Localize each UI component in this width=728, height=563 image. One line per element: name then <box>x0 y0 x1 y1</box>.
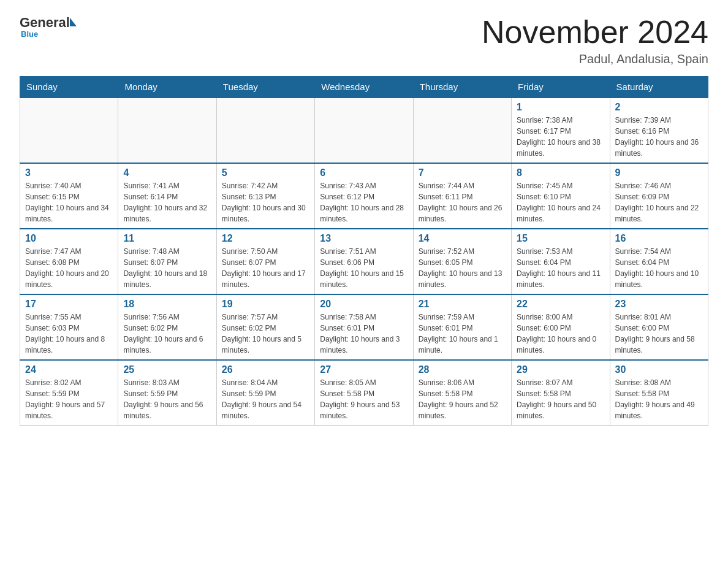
day-of-week-wednesday: Wednesday <box>315 77 413 98</box>
day-number: 14 <box>419 233 506 244</box>
day-info: Sunrise: 8:01 AMSunset: 6:00 PMDaylight:… <box>615 312 703 356</box>
day-number: 10 <box>25 233 113 244</box>
day-number: 11 <box>123 233 211 244</box>
day-info: Sunrise: 8:08 AMSunset: 5:58 PMDaylight:… <box>615 377 703 421</box>
month-title: November 2024 <box>482 15 708 50</box>
calendar-cell: 2Sunrise: 7:39 AMSunset: 6:16 PMDaylight… <box>610 98 708 163</box>
calendar-table: SundayMondayTuesdayWednesdayThursdayFrid… <box>20 76 708 426</box>
day-number: 16 <box>615 233 703 244</box>
calendar-cell: 1Sunrise: 7:38 AMSunset: 6:17 PMDaylight… <box>512 98 610 163</box>
calendar-header-row: SundayMondayTuesdayWednesdayThursdayFrid… <box>20 77 708 98</box>
day-number: 8 <box>517 167 604 178</box>
day-info: Sunrise: 7:52 AMSunset: 6:05 PMDaylight:… <box>419 246 506 290</box>
day-number: 22 <box>517 299 604 310</box>
day-number: 28 <box>419 364 506 375</box>
day-number: 4 <box>123 167 211 178</box>
day-info: Sunrise: 7:51 AMSunset: 6:06 PMDaylight:… <box>320 246 408 290</box>
calendar-week-row: 17Sunrise: 7:55 AMSunset: 6:03 PMDayligh… <box>20 294 708 360</box>
day-of-week-monday: Monday <box>118 77 216 98</box>
day-info: Sunrise: 7:55 AMSunset: 6:03 PMDaylight:… <box>25 312 113 356</box>
calendar-cell: 10Sunrise: 7:47 AMSunset: 6:08 PMDayligh… <box>20 229 118 294</box>
calendar-cell: 5Sunrise: 7:42 AMSunset: 6:13 PMDaylight… <box>216 163 314 229</box>
day-of-week-tuesday: Tuesday <box>216 77 314 98</box>
day-number: 12 <box>222 233 309 244</box>
day-info: Sunrise: 8:00 AMSunset: 6:00 PMDaylight:… <box>517 312 604 356</box>
calendar-cell: 29Sunrise: 8:07 AMSunset: 5:58 PMDayligh… <box>512 360 610 426</box>
day-number: 2 <box>615 102 703 113</box>
calendar-cell <box>118 98 216 163</box>
day-info: Sunrise: 7:56 AMSunset: 6:02 PMDaylight:… <box>123 312 211 356</box>
logo-blue-text: Blue <box>20 29 38 39</box>
day-info: Sunrise: 7:39 AMSunset: 6:16 PMDaylight:… <box>615 115 703 159</box>
calendar-week-row: 10Sunrise: 7:47 AMSunset: 6:08 PMDayligh… <box>20 229 708 294</box>
day-number: 9 <box>615 167 703 178</box>
calendar-cell: 24Sunrise: 8:02 AMSunset: 5:59 PMDayligh… <box>20 360 118 426</box>
day-info: Sunrise: 7:41 AMSunset: 6:14 PMDaylight:… <box>123 180 211 224</box>
calendar-cell: 13Sunrise: 7:51 AMSunset: 6:06 PMDayligh… <box>315 229 413 294</box>
calendar-cell: 23Sunrise: 8:01 AMSunset: 6:00 PMDayligh… <box>610 294 708 360</box>
calendar-cell: 6Sunrise: 7:43 AMSunset: 6:12 PMDaylight… <box>315 163 413 229</box>
day-number: 21 <box>419 299 506 310</box>
day-info: Sunrise: 7:50 AMSunset: 6:07 PMDaylight:… <box>222 246 309 290</box>
day-number: 5 <box>222 167 309 178</box>
calendar-cell: 27Sunrise: 8:05 AMSunset: 5:58 PMDayligh… <box>315 360 413 426</box>
day-info: Sunrise: 7:47 AMSunset: 6:08 PMDaylight:… <box>25 246 113 290</box>
calendar-cell: 26Sunrise: 8:04 AMSunset: 5:59 PMDayligh… <box>216 360 314 426</box>
calendar-cell <box>315 98 413 163</box>
day-number: 29 <box>517 364 604 375</box>
logo-icon <box>70 18 77 28</box>
calendar-week-row: 1Sunrise: 7:38 AMSunset: 6:17 PMDaylight… <box>20 98 708 163</box>
day-number: 26 <box>222 364 309 375</box>
day-number: 6 <box>320 167 408 178</box>
calendar-cell: 16Sunrise: 7:54 AMSunset: 6:04 PMDayligh… <box>610 229 708 294</box>
calendar-cell: 3Sunrise: 7:40 AMSunset: 6:15 PMDaylight… <box>20 163 118 229</box>
day-number: 25 <box>123 364 211 375</box>
day-of-week-saturday: Saturday <box>610 77 708 98</box>
calendar-cell: 15Sunrise: 7:53 AMSunset: 6:04 PMDayligh… <box>512 229 610 294</box>
day-number: 23 <box>615 299 703 310</box>
calendar-cell <box>216 98 314 163</box>
calendar-cell: 28Sunrise: 8:06 AMSunset: 5:58 PMDayligh… <box>413 360 511 426</box>
calendar-cell: 20Sunrise: 7:58 AMSunset: 6:01 PMDayligh… <box>315 294 413 360</box>
calendar-cell: 8Sunrise: 7:45 AMSunset: 6:10 PMDaylight… <box>512 163 610 229</box>
day-info: Sunrise: 8:03 AMSunset: 5:59 PMDaylight:… <box>123 377 211 421</box>
day-info: Sunrise: 8:05 AMSunset: 5:58 PMDaylight:… <box>320 377 408 421</box>
calendar-week-row: 3Sunrise: 7:40 AMSunset: 6:15 PMDaylight… <box>20 163 708 229</box>
calendar-cell: 25Sunrise: 8:03 AMSunset: 5:59 PMDayligh… <box>118 360 216 426</box>
day-of-week-thursday: Thursday <box>413 77 511 98</box>
day-info: Sunrise: 7:59 AMSunset: 6:01 PMDaylight:… <box>419 312 506 356</box>
calendar-cell: 14Sunrise: 7:52 AMSunset: 6:05 PMDayligh… <box>413 229 511 294</box>
day-info: Sunrise: 7:38 AMSunset: 6:17 PMDaylight:… <box>517 115 604 159</box>
calendar-cell <box>20 98 118 163</box>
day-number: 18 <box>123 299 211 310</box>
day-number: 3 <box>25 167 113 178</box>
day-number: 30 <box>615 364 703 375</box>
day-info: Sunrise: 7:45 AMSunset: 6:10 PMDaylight:… <box>517 180 604 224</box>
day-info: Sunrise: 8:07 AMSunset: 5:58 PMDaylight:… <box>517 377 604 421</box>
day-number: 20 <box>320 299 408 310</box>
day-info: Sunrise: 8:04 AMSunset: 5:59 PMDaylight:… <box>222 377 309 421</box>
calendar-cell: 12Sunrise: 7:50 AMSunset: 6:07 PMDayligh… <box>216 229 314 294</box>
calendar-cell <box>413 98 511 163</box>
day-info: Sunrise: 7:40 AMSunset: 6:15 PMDaylight:… <box>25 180 113 224</box>
day-info: Sunrise: 8:06 AMSunset: 5:58 PMDaylight:… <box>419 377 506 421</box>
day-info: Sunrise: 7:58 AMSunset: 6:01 PMDaylight:… <box>320 312 408 356</box>
calendar-cell: 9Sunrise: 7:46 AMSunset: 6:09 PMDaylight… <box>610 163 708 229</box>
calendar-cell: 19Sunrise: 7:57 AMSunset: 6:02 PMDayligh… <box>216 294 314 360</box>
calendar-week-row: 24Sunrise: 8:02 AMSunset: 5:59 PMDayligh… <box>20 360 708 426</box>
day-number: 1 <box>517 102 604 113</box>
calendar-cell: 11Sunrise: 7:48 AMSunset: 6:07 PMDayligh… <box>118 229 216 294</box>
day-info: Sunrise: 7:54 AMSunset: 6:04 PMDaylight:… <box>615 246 703 290</box>
day-number: 7 <box>419 167 506 178</box>
calendar-cell: 17Sunrise: 7:55 AMSunset: 6:03 PMDayligh… <box>20 294 118 360</box>
calendar-cell: 22Sunrise: 8:00 AMSunset: 6:00 PMDayligh… <box>512 294 610 360</box>
calendar-cell: 18Sunrise: 7:56 AMSunset: 6:02 PMDayligh… <box>118 294 216 360</box>
title-area: November 2024 Padul, Andalusia, Spain <box>482 15 708 66</box>
day-info: Sunrise: 7:42 AMSunset: 6:13 PMDaylight:… <box>222 180 309 224</box>
day-number: 24 <box>25 364 113 375</box>
day-info: Sunrise: 8:02 AMSunset: 5:59 PMDaylight:… <box>25 377 113 421</box>
day-info: Sunrise: 7:43 AMSunset: 6:12 PMDaylight:… <box>320 180 408 224</box>
page-header: General Blue November 2024 Padul, Andalu… <box>20 15 708 66</box>
day-of-week-sunday: Sunday <box>20 77 118 98</box>
calendar-cell: 21Sunrise: 7:59 AMSunset: 6:01 PMDayligh… <box>413 294 511 360</box>
